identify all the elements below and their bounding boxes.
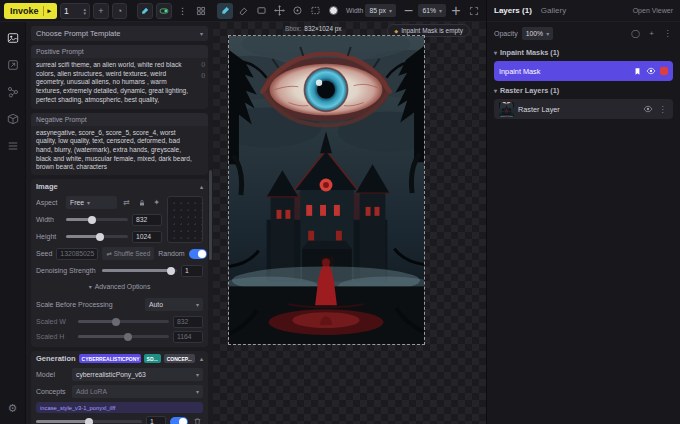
nav-models-button[interactable] bbox=[4, 110, 22, 128]
add-to-queue-button[interactable]: + bbox=[93, 3, 109, 19]
inpaint-masks-group[interactable]: ▾ Inpaint Masks (1) bbox=[487, 44, 680, 60]
layers-menu-button[interactable]: ⋮ bbox=[662, 28, 673, 39]
swap-dims-icon[interactable]: ⇄ bbox=[121, 197, 132, 208]
positive-prompt-input[interactable]: surreal scifi theme, an alien world, whi… bbox=[31, 58, 208, 109]
settings-button[interactable]: ⚙ bbox=[4, 399, 22, 417]
canvas-image bbox=[229, 36, 424, 344]
plus-icon: + bbox=[98, 6, 103, 16]
view-tool-button[interactable] bbox=[289, 3, 305, 19]
invoke-button[interactable]: Invoke ▸ bbox=[4, 3, 57, 19]
denoise-row: Denoising Strength 1 bbox=[31, 262, 208, 279]
inpaint-masks-group-label: Inpaint Masks (1) bbox=[500, 48, 559, 57]
layer-menu-button[interactable]: ⋮ bbox=[657, 104, 668, 115]
zoom-in-button[interactable]: + bbox=[448, 3, 464, 19]
grid-view-button[interactable] bbox=[193, 3, 209, 19]
rectangle-icon bbox=[256, 5, 267, 16]
concepts-row: Concepts Add LoRA ▾ bbox=[31, 383, 208, 400]
scaled-h-number: 1164 bbox=[177, 333, 192, 340]
width-slider[interactable] bbox=[66, 218, 128, 221]
negative-prompt-header: Negative Prompt bbox=[31, 113, 208, 126]
seed-row: Seed 132085025 ⇄ Shuffle Seed Random bbox=[31, 245, 208, 262]
bookmark-icon[interactable] bbox=[633, 67, 642, 76]
width-value-input[interactable]: 832 bbox=[132, 214, 162, 226]
grid-icon bbox=[196, 6, 206, 16]
nav-canvas-button[interactable] bbox=[4, 29, 22, 47]
model-select[interactable]: cyberrealisticPony_v63 ▾ bbox=[72, 368, 203, 381]
lora-enabled-toggle[interactable] bbox=[170, 417, 188, 424]
tool-width-select[interactable]: 85 px ▾ bbox=[365, 4, 396, 17]
nav-queue-button[interactable] bbox=[4, 137, 22, 155]
height-value-input[interactable]: 1024 bbox=[132, 231, 162, 243]
color-picker-button[interactable] bbox=[325, 3, 341, 19]
raster-layers-group[interactable]: ▾ Raster Layers (1) bbox=[487, 82, 680, 98]
lora-weight-input[interactable]: 1 bbox=[146, 416, 166, 424]
mask-color-swatch[interactable] bbox=[660, 67, 668, 75]
chevron-down-icon: ▾ bbox=[494, 87, 497, 94]
eraser-tool-button[interactable] bbox=[235, 3, 251, 19]
optimize-size-icon[interactable]: ✦ bbox=[151, 197, 162, 208]
open-viewer-link[interactable]: Open Viewer bbox=[633, 7, 673, 14]
invoke-options-icon[interactable]: ▸ bbox=[48, 7, 52, 15]
workflow-icon bbox=[7, 86, 19, 98]
chevron-down-icon: ▾ bbox=[389, 7, 392, 14]
visibility-eye-icon[interactable] bbox=[646, 66, 656, 76]
image-settings-card: Image ▴ Aspect Free ▾ ⇄ ✦ Width 832 Heig… bbox=[31, 179, 208, 347]
gear-icon: ⚙ bbox=[8, 402, 18, 415]
stepper-arrows[interactable]: ▴▾ bbox=[84, 7, 87, 15]
queue-status-button[interactable]: ◔ bbox=[112, 3, 128, 19]
raster-layer-label: Raster Layer bbox=[518, 105, 560, 114]
zoom-out-button[interactable]: − bbox=[400, 3, 416, 19]
brace-syntax-icon[interactable]: {} bbox=[201, 72, 205, 79]
lora-select[interactable]: Add LoRA ▾ bbox=[72, 385, 203, 398]
advanced-options-expander[interactable]: ▾ Advanced Options bbox=[31, 279, 208, 293]
height-slider[interactable] bbox=[66, 235, 128, 238]
tab-layers[interactable]: Layers (1) bbox=[494, 6, 532, 15]
brush-tool-button[interactable] bbox=[217, 3, 233, 19]
generation-bbox[interactable] bbox=[228, 35, 425, 345]
opacity-label: Opacity bbox=[494, 30, 518, 37]
seed-input[interactable]: 132085025 bbox=[56, 248, 98, 260]
move-icon bbox=[274, 5, 285, 16]
lora-weight-slider[interactable] bbox=[36, 420, 142, 423]
tab-gallery[interactable]: Gallery bbox=[541, 6, 566, 15]
generation-card: Generation CYBERREALISTICPONY_V... SD...… bbox=[31, 351, 208, 424]
image-icon bbox=[7, 32, 19, 44]
canvas-mode-button[interactable] bbox=[137, 3, 153, 19]
generation-section-header[interactable]: Generation CYBERREALISTICPONY_V... SD...… bbox=[31, 351, 208, 366]
opacity-select[interactable]: 100% ▾ bbox=[522, 27, 553, 40]
lock-aspect-icon[interactable] bbox=[136, 197, 147, 208]
canvas-viewport[interactable]: Bbox:832×1024 px Scaled Bbox:828×1164 px… bbox=[213, 22, 486, 424]
rect-tool-button[interactable] bbox=[253, 3, 269, 19]
concepts-label: Concepts bbox=[36, 388, 68, 395]
image-section-header[interactable]: Image ▴ bbox=[31, 179, 208, 194]
shuffle-seed-button[interactable]: ⇄ Shuffle Seed bbox=[102, 247, 154, 260]
denoise-slider[interactable] bbox=[102, 269, 177, 272]
queue-count-stepper[interactable]: 1 ▴▾ bbox=[60, 3, 90, 19]
canvas-area: Width 85 px ▾ − 61% ▾ + Bbox:832×1024 px… bbox=[213, 0, 486, 424]
lora-delete-button[interactable] bbox=[192, 416, 203, 424]
denoise-value-input[interactable]: 1 bbox=[181, 265, 203, 277]
move-tool-button[interactable] bbox=[271, 3, 287, 19]
fit-view-button[interactable] bbox=[466, 3, 482, 19]
nav-upscaling-button[interactable] bbox=[4, 56, 22, 74]
aspect-preview bbox=[167, 196, 203, 243]
nav-workflows-button[interactable] bbox=[4, 83, 22, 101]
session-toggle-button[interactable] bbox=[156, 3, 172, 19]
blend-circle-icon[interactable]: ◯ bbox=[630, 28, 641, 39]
paren-syntax-icon[interactable]: () bbox=[201, 61, 205, 68]
inpaint-mask-layer-row[interactable]: Inpaint Mask bbox=[494, 61, 673, 81]
random-seed-toggle[interactable] bbox=[189, 249, 207, 259]
negative-prompt-input[interactable]: easynegative, score_6, score_5, score_4,… bbox=[31, 126, 208, 176]
scale-select[interactable]: Auto ▾ bbox=[145, 298, 203, 311]
list-view-button[interactable]: ⋮ bbox=[175, 3, 191, 19]
chevron-down-icon[interactable]: ▾ bbox=[84, 11, 87, 15]
raster-layer-row[interactable]: Raster Layer ⋮ bbox=[494, 99, 673, 119]
aspect-select[interactable]: Free ▾ bbox=[66, 196, 117, 209]
panel-scrollbar[interactable] bbox=[209, 170, 212, 260]
raster-layers-group-label: Raster Layers (1) bbox=[500, 86, 559, 95]
add-layer-button[interactable]: + bbox=[646, 28, 657, 39]
bbox-tool-button[interactable] bbox=[307, 3, 323, 19]
visibility-eye-icon[interactable] bbox=[643, 104, 653, 114]
prompt-template-selector[interactable]: Choose Prompt Template ▾ bbox=[31, 26, 208, 41]
zoom-select[interactable]: 61% ▾ bbox=[418, 4, 446, 17]
